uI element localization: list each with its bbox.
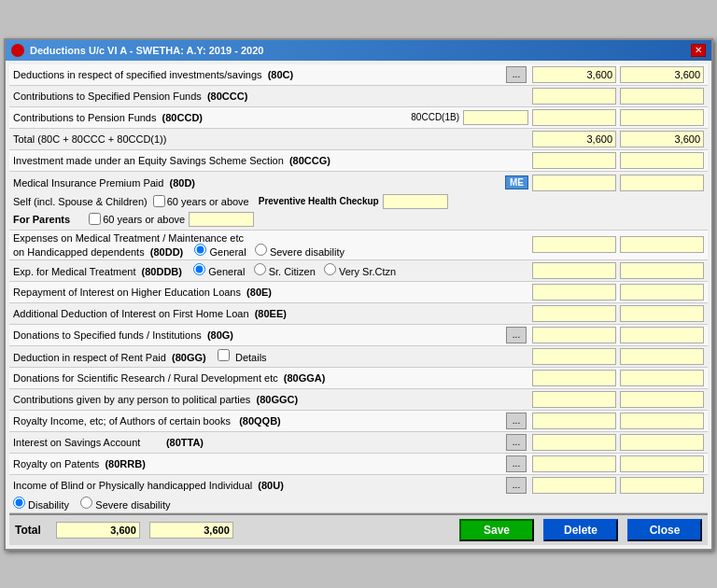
self-60years-checkbox[interactable] bbox=[153, 195, 165, 207]
input-80gg-mid[interactable] bbox=[532, 348, 616, 365]
input-80ggc-mid[interactable] bbox=[532, 391, 616, 408]
input-80tta-mid[interactable] bbox=[532, 434, 616, 451]
row-80qqb: Royalty Income, etc; of Authors of certa… bbox=[9, 411, 708, 432]
radio-80dd-severe[interactable] bbox=[255, 244, 267, 256]
input-80d-mid[interactable] bbox=[532, 175, 616, 191]
input-80ccg-right[interactable] bbox=[620, 152, 704, 169]
input-80e-right[interactable] bbox=[620, 284, 704, 301]
code-80ccd: (80CCD) bbox=[162, 112, 203, 123]
row-80ggc: Contributions given by any person to pol… bbox=[9, 389, 708, 411]
radio-80u-severe[interactable] bbox=[80, 497, 92, 509]
radio-80ddb-srcitizen[interactable] bbox=[254, 263, 266, 275]
values-80ggc bbox=[532, 391, 704, 408]
input-80qqb-right[interactable] bbox=[620, 413, 704, 429]
parents-60years-checkbox[interactable] bbox=[89, 213, 101, 225]
input-preventive-parents[interactable] bbox=[189, 212, 254, 227]
dots-button-80c[interactable]: ... bbox=[506, 66, 527, 83]
80ccd-1b-group: 80CCD(1B) bbox=[411, 110, 528, 125]
input-80ccd-1b[interactable] bbox=[463, 110, 528, 125]
row-80gga: Donations for Scientific Research / Rura… bbox=[9, 368, 708, 389]
dots-button-80rrb[interactable]: ... bbox=[506, 455, 527, 472]
input-80u-mid[interactable] bbox=[532, 477, 616, 494]
input-80ggc-right[interactable] bbox=[620, 391, 704, 408]
input-80d-right[interactable] bbox=[620, 175, 704, 191]
radio-80ddb-general[interactable] bbox=[193, 263, 205, 275]
values-80ee bbox=[532, 305, 704, 322]
label-80ggc: Contributions given by any person to pol… bbox=[13, 394, 506, 405]
window-title: Deductions U/c VI A - SWETHA: A.Y: 2019 … bbox=[30, 45, 263, 56]
row-80ccd: Contributions to Pension Funds (80CCD) 8… bbox=[9, 107, 708, 129]
delete-button[interactable]: Delete bbox=[543, 519, 618, 541]
input-total-80c-mid[interactable] bbox=[532, 131, 616, 147]
radio-80u-severe-label[interactable]: Severe disability bbox=[80, 499, 170, 511]
input-80c-right[interactable] bbox=[620, 66, 704, 83]
input-80ccd-mid[interactable] bbox=[532, 109, 616, 126]
values-80e bbox=[532, 284, 704, 301]
radio-80ddb-srcitizen-label[interactable]: Sr. Citizen bbox=[254, 266, 318, 277]
input-80ccd-right[interactable] bbox=[620, 109, 704, 126]
input-80dd-right[interactable] bbox=[620, 236, 704, 253]
label-80ccg: Investment made under an Equity Savings … bbox=[13, 155, 506, 166]
input-80g-right[interactable] bbox=[620, 327, 704, 343]
radio-80dd-general-label[interactable]: General bbox=[194, 246, 248, 258]
code-80ee: (80EE) bbox=[255, 308, 287, 319]
dots-button-80tta[interactable]: ... bbox=[506, 434, 527, 451]
radio-80ddb-verysrctzn[interactable] bbox=[324, 263, 336, 275]
input-80ee-right[interactable] bbox=[620, 305, 704, 322]
input-80gg-right[interactable] bbox=[620, 348, 704, 365]
close-button[interactable]: Close bbox=[627, 519, 702, 541]
input-80gga-mid[interactable] bbox=[532, 370, 616, 386]
total-input-1[interactable] bbox=[56, 522, 140, 539]
total-label: Total bbox=[15, 524, 41, 537]
label-80gga: Donations for Scientific Research / Rura… bbox=[13, 372, 506, 384]
input-80ddb-right[interactable] bbox=[620, 262, 704, 279]
80d-parents-row: For Parents 60 years or above bbox=[13, 209, 704, 227]
row-80g: Donations to Specified funds / Instituti… bbox=[9, 325, 708, 346]
input-80g-mid[interactable] bbox=[532, 327, 616, 343]
input-80tta-right[interactable] bbox=[620, 434, 704, 451]
dots-button-80u[interactable]: ... bbox=[506, 477, 527, 494]
details-label-80gg: Details bbox=[235, 352, 267, 363]
input-80rrb-right[interactable] bbox=[620, 455, 704, 472]
input-80u-right[interactable] bbox=[620, 477, 704, 494]
radio-80u-disability-label[interactable]: Disability bbox=[13, 499, 72, 511]
input-80c-mid[interactable] bbox=[532, 66, 616, 83]
input-80ddb-mid[interactable] bbox=[532, 262, 616, 279]
details-checkbox-80gg[interactable] bbox=[218, 349, 230, 361]
code-80d: (80D) bbox=[170, 177, 196, 189]
me-button[interactable]: ME bbox=[505, 175, 528, 189]
total-input-2[interactable] bbox=[149, 522, 233, 539]
input-80ccc-mid[interactable] bbox=[532, 88, 616, 105]
input-total-80c-right[interactable] bbox=[620, 131, 704, 147]
input-preventive-self[interactable] bbox=[383, 194, 448, 209]
radio-80ddb-general-label[interactable]: General bbox=[193, 266, 247, 277]
dots-button-80g[interactable]: ... bbox=[506, 327, 527, 343]
values-80gg bbox=[532, 348, 704, 365]
window-close-button[interactable]: ✕ bbox=[691, 44, 706, 57]
save-button[interactable]: Save bbox=[459, 519, 534, 541]
values-80rrb bbox=[532, 455, 704, 472]
code-80gga: (80GGA) bbox=[284, 372, 326, 384]
input-80ccc-right[interactable] bbox=[620, 88, 704, 105]
radio-80dd-severe-label[interactable]: Severe disability bbox=[255, 246, 344, 258]
input-80ccg-mid[interactable] bbox=[532, 152, 616, 169]
input-80rrb-mid[interactable] bbox=[532, 455, 616, 472]
input-80gga-right[interactable] bbox=[620, 370, 704, 386]
radio-80dd-general[interactable] bbox=[194, 244, 206, 256]
code-80u: (80U) bbox=[258, 480, 284, 491]
code-80dd: (80DD) bbox=[150, 246, 183, 258]
label-80gg: Deduction in respect of Rent Paid (80GG)… bbox=[13, 349, 506, 363]
radio-80ddb-verysrctzn-label[interactable]: Very Sr.Ctzn bbox=[324, 266, 396, 277]
input-80ee-mid[interactable] bbox=[532, 305, 616, 322]
input-80e-mid[interactable] bbox=[532, 284, 616, 301]
dots-button-80qqb[interactable]: ... bbox=[506, 413, 527, 429]
label-80ddb: Exp. for Medical Treatment (80DDB) Gener… bbox=[13, 263, 528, 277]
label-80tta: Interest on Savings Account (80TTA) bbox=[13, 437, 506, 448]
row-80d: Medical Insurance Premium Paid (80D) ME … bbox=[9, 172, 708, 231]
label-80rrb: Royalty on Patents (80RRB) bbox=[13, 458, 506, 469]
radio-80u-disability[interactable] bbox=[13, 497, 25, 509]
input-80qqb-mid[interactable] bbox=[532, 413, 616, 429]
row-80ee: Additional Deduction of Interest on Firs… bbox=[9, 303, 708, 325]
input-80dd-mid[interactable] bbox=[532, 236, 616, 253]
label-80g: Donations to Specified funds / Instituti… bbox=[13, 329, 506, 341]
